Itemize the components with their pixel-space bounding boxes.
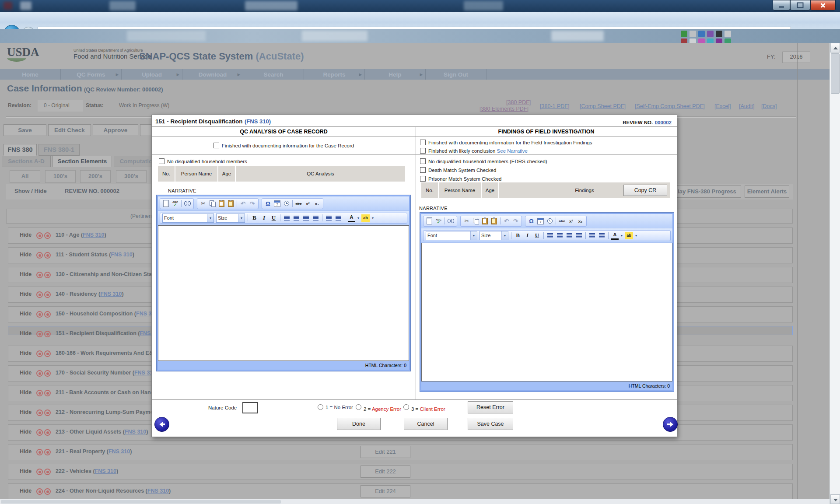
undo-icon[interactable]: ↶ xyxy=(503,217,510,225)
special-character-icon[interactable]: Ω xyxy=(528,217,535,225)
review-no-link[interactable]: 000002 xyxy=(655,120,672,125)
justify-button[interactable] xyxy=(312,214,319,222)
status-target-icon[interactable] xyxy=(44,350,51,357)
bold-button[interactable]: B xyxy=(251,214,258,222)
link-380-pdf[interactable]: [380 PDF] xyxy=(506,99,531,105)
status-target-icon[interactable] xyxy=(36,252,43,259)
maximize-button[interactable] xyxy=(790,0,810,10)
nav-item-qc-forms[interactable]: QC Forms▶ xyxy=(61,69,122,80)
horizontal-scroll-thumb[interactable] xyxy=(1,500,281,504)
align-left-button[interactable] xyxy=(283,214,290,222)
previous-element-button[interactable] xyxy=(154,417,169,432)
font-select[interactable]: Font▾ xyxy=(426,231,477,240)
spellcheck-icon[interactable]: ABC✓ xyxy=(172,200,179,207)
link-audit[interactable]: [Audit] xyxy=(739,103,754,109)
element-row-label[interactable]: 213 - Other Liquid Assets (FNS 310) xyxy=(56,429,148,435)
hide-toggle[interactable]: Hide xyxy=(20,350,32,356)
highlight-caret-icon[interactable]: ▾ xyxy=(372,216,374,220)
next-element-button[interactable] xyxy=(663,417,678,432)
find-icon[interactable] xyxy=(447,217,455,225)
fy-value-field[interactable]: 2016 xyxy=(782,52,810,63)
status-target-icon[interactable] xyxy=(44,252,51,259)
fns-310-link[interactable]: FNS 310 xyxy=(95,468,116,474)
finished-field-checkbox[interactable] xyxy=(420,140,426,145)
new-document-icon[interactable] xyxy=(426,217,433,225)
subscript-icon[interactable]: x₂ xyxy=(313,200,321,207)
hide-toggle[interactable]: Hide xyxy=(20,330,32,336)
edit-224-button[interactable]: Edit 224 xyxy=(360,485,410,497)
tab-section-elements[interactable]: Section Elements xyxy=(52,156,112,167)
element-row-label[interactable]: 224 - Other Non-Liquid Resources (FNS 31… xyxy=(56,488,171,494)
cancel-button[interactable]: Cancel xyxy=(404,418,448,430)
filter-300s-button[interactable]: 300's xyxy=(116,170,147,183)
status-target-icon[interactable] xyxy=(44,390,51,396)
element-row-label[interactable]: 110 - Age (FNS 310) xyxy=(56,232,106,238)
status-target-icon[interactable] xyxy=(36,488,43,495)
vertical-scrollbar[interactable] xyxy=(830,43,840,504)
highlight-caret-icon[interactable]: ▾ xyxy=(635,234,637,238)
death-match-checkbox[interactable] xyxy=(420,167,426,173)
prisoner-match-checkbox[interactable] xyxy=(420,176,426,182)
fns-310-link[interactable]: FNS 310 xyxy=(83,232,104,238)
cut-icon[interactable]: ✂ xyxy=(200,200,207,207)
close-button[interactable] xyxy=(810,0,836,10)
hide-toggle[interactable]: Hide xyxy=(20,370,32,376)
status-target-icon[interactable] xyxy=(36,469,43,475)
link-comp-sheet-pdf[interactable]: [Comp Sheet PDF] xyxy=(580,103,626,109)
no-error-radio[interactable] xyxy=(318,404,323,410)
filter-200s-button[interactable]: 200's xyxy=(80,170,111,183)
hide-toggle[interactable]: Hide xyxy=(20,488,32,494)
save-button[interactable]: Save xyxy=(4,124,46,136)
element-row-label[interactable]: 222 - Vehicles (FNS 310) xyxy=(56,468,118,474)
link-self-emp-comp-sheet-pdf[interactable]: [Self-Emp Comp Sheet PDF] xyxy=(635,103,705,109)
fns-310-link[interactable]: FNS 310 xyxy=(125,429,146,435)
unordered-list-button[interactable] xyxy=(598,232,606,239)
status-target-icon[interactable] xyxy=(36,291,43,298)
element-row-label[interactable]: 151 - Recipient Disqualification (FNS 31… xyxy=(56,330,163,336)
size-select[interactable]: Size▾ xyxy=(216,214,245,223)
align-right-button[interactable] xyxy=(566,232,573,239)
copy-icon[interactable] xyxy=(209,200,216,207)
nav-item-home[interactable]: Home xyxy=(0,69,61,80)
save-case-button[interactable]: Save Case xyxy=(468,418,513,430)
nav-item-sign-out[interactable]: Sign Out xyxy=(426,69,486,80)
paste-special-icon[interactable] xyxy=(490,217,498,225)
status-target-icon[interactable] xyxy=(44,331,51,337)
hide-toggle[interactable]: Hide xyxy=(20,409,32,415)
superscript-icon[interactable]: x² xyxy=(567,217,575,225)
status-target-icon[interactable] xyxy=(44,469,51,475)
edit-check-button[interactable]: Edit Check xyxy=(48,124,91,136)
highlight-button[interactable]: ab xyxy=(625,232,633,239)
ordered-list-button[interactable] xyxy=(588,232,596,239)
paste-icon[interactable] xyxy=(481,217,489,225)
insert-time-icon[interactable] xyxy=(283,200,290,207)
status-target-icon[interactable] xyxy=(44,272,51,278)
fns-310-link[interactable]: FNS 310 xyxy=(108,448,130,455)
insert-date-icon[interactable]: 7 xyxy=(537,217,544,225)
align-left-button[interactable] xyxy=(546,232,554,239)
no-disqualified-checkbox[interactable] xyxy=(159,158,164,164)
status-target-icon[interactable] xyxy=(36,449,43,455)
size-select[interactable]: Size▾ xyxy=(480,231,508,240)
paste-icon[interactable] xyxy=(218,200,225,207)
status-target-icon[interactable] xyxy=(36,370,43,377)
link-380-1-pdf[interactable]: [380-1 PDF] xyxy=(540,103,569,109)
hide-toggle[interactable]: Hide xyxy=(20,271,32,277)
italic-button[interactable]: I xyxy=(260,214,268,222)
hide-toggle[interactable]: Hide xyxy=(20,468,32,474)
status-target-icon[interactable] xyxy=(44,449,51,455)
likely-conclusion-checkbox[interactable] xyxy=(420,148,426,154)
find-icon[interactable] xyxy=(184,200,191,207)
nav-item-upload[interactable]: Upload▶ xyxy=(122,69,182,80)
filter-all-button[interactable]: All xyxy=(10,170,40,183)
tab-fns-380-1[interactable]: FNS 380-1 xyxy=(38,144,80,156)
fns-310-link[interactable]: FNS 310 xyxy=(100,291,122,297)
align-center-button[interactable] xyxy=(293,214,300,222)
status-target-icon[interactable] xyxy=(44,311,51,318)
hide-toggle[interactable]: Hide xyxy=(20,448,32,455)
link-excel[interactable]: [Excel] xyxy=(714,103,731,109)
status-target-icon[interactable] xyxy=(44,410,51,416)
reset-error-button[interactable]: Reset Error xyxy=(468,401,513,413)
status-target-icon[interactable] xyxy=(44,232,51,239)
status-target-icon[interactable] xyxy=(36,429,43,436)
